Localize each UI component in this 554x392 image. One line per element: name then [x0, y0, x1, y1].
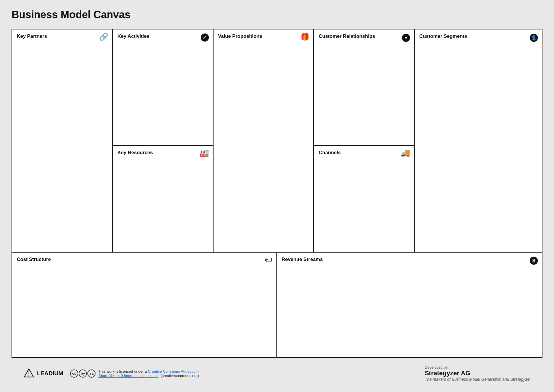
- canvas: Key Partners 🔗 Key Activities ✓ Key Reso…: [12, 29, 542, 358]
- resources-title: Key Resources: [117, 150, 208, 156]
- col-activities-resources: Key Activities ✓ Key Resources 🏭: [113, 29, 214, 252]
- strategyzer-block: Developed by: Strategyzer AG The makers …: [425, 365, 531, 382]
- cell-revenue[interactable]: Revenue Streams $: [277, 253, 542, 357]
- check-circle-icon: ✓: [201, 33, 209, 42]
- footer: LEADIUM cc by sa This work is licensed u…: [12, 361, 542, 386]
- tagline: The makers of Business Model Generation …: [425, 377, 531, 382]
- relationships-title: Customer Relationships: [319, 33, 409, 39]
- cell-value[interactable]: Value Propositions 🎁: [214, 29, 314, 252]
- cell-partners[interactable]: Key Partners 🔗: [12, 29, 113, 252]
- cell-relationships[interactable]: Customer Relationships ♥: [314, 29, 414, 146]
- cell-segments[interactable]: Customer Segments 👤: [415, 29, 542, 252]
- cell-cost[interactable]: Cost Structure 🏷: [12, 253, 277, 357]
- by-icon: by: [79, 369, 87, 378]
- cc-icons: cc by sa: [70, 369, 96, 378]
- leadium-logo-icon: [23, 368, 35, 379]
- revenue-title: Revenue Streams: [282, 257, 537, 262]
- company-name: Strategyzer AG: [425, 369, 531, 377]
- license-text: This work is licensed under a Creative C…: [98, 369, 209, 378]
- dollar-icon: $: [530, 256, 538, 265]
- link-icon: 🔗: [99, 33, 108, 40]
- leadium-logo: LEADIUM: [23, 368, 63, 379]
- page-title: Business Model Canvas: [12, 9, 542, 21]
- cc-icon: cc: [70, 369, 78, 378]
- cell-resources[interactable]: Key Resources 🏭: [113, 146, 213, 252]
- top-section: Key Partners 🔗 Key Activities ✓ Key Reso…: [12, 29, 542, 253]
- partners-title: Key Partners: [17, 33, 108, 39]
- truck-icon: 🚚: [401, 149, 410, 157]
- cell-activities[interactable]: Key Activities ✓: [113, 29, 213, 146]
- heart-icon: ♥: [402, 33, 410, 42]
- col-relationships-channels: Customer Relationships ♥ Channels 🚚: [314, 29, 415, 252]
- tag-icon: 🏷: [265, 256, 272, 264]
- sa-icon: sa: [87, 369, 96, 378]
- license-block: cc by sa This work is licensed under a C…: [70, 369, 209, 378]
- value-title: Value Propositions: [218, 33, 309, 39]
- gift-icon: 🎁: [300, 33, 309, 40]
- channels-title: Channels: [319, 150, 409, 156]
- cell-channels[interactable]: Channels 🚚: [314, 146, 414, 252]
- person-icon: 👤: [530, 33, 538, 42]
- bottom-section: Cost Structure 🏷 Revenue Streams $: [12, 253, 542, 357]
- activities-title: Key Activities: [117, 33, 208, 39]
- cost-title: Cost Structure: [17, 257, 272, 262]
- factory-icon: 🏭: [200, 149, 209, 157]
- leadium-text: LEADIUM: [37, 370, 63, 377]
- developed-by: Developed by:: [425, 365, 531, 369]
- segments-title: Customer Segments: [419, 33, 537, 39]
